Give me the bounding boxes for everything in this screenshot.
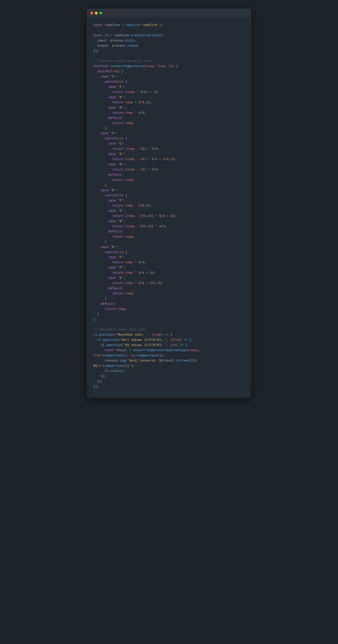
maximize-button[interactable] [99, 12, 102, 14]
code-content: const readline = require('readline'); co… [87, 18, 251, 398]
close-button[interactable] [90, 12, 93, 14]
code-editor-window: const readline = require('readline'); co… [87, 9, 251, 398]
minimize-button[interactable] [95, 12, 98, 14]
titlebar [87, 9, 251, 18]
